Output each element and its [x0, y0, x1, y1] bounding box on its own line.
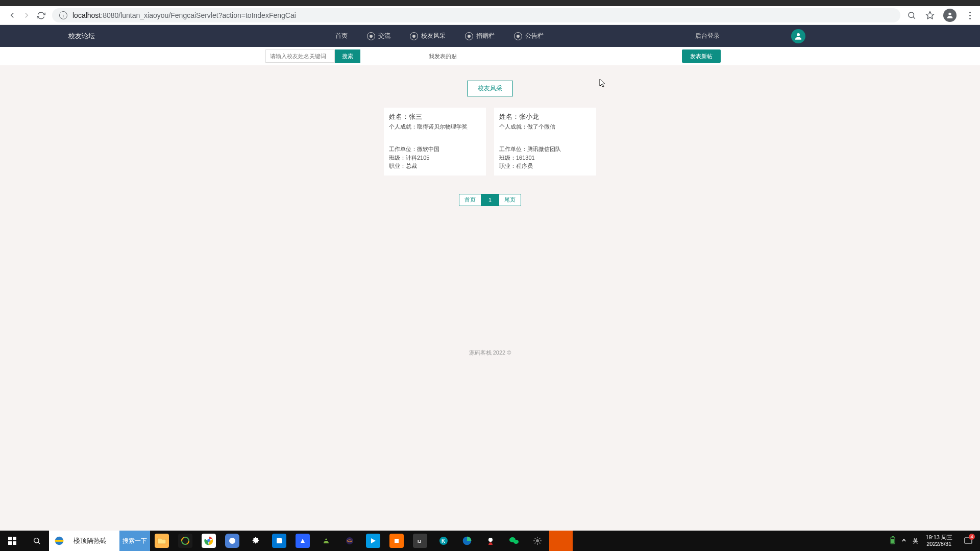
- nav-home[interactable]: 首页: [335, 32, 348, 40]
- page-last-button[interactable]: 尾页: [499, 194, 521, 206]
- svg-rect-28: [892, 536, 894, 537]
- chrome-icon[interactable]: [197, 531, 220, 551]
- svg-point-8: [34, 538, 39, 543]
- svg-rect-5: [13, 537, 16, 540]
- settings-icon[interactable]: [526, 531, 549, 551]
- svg-rect-4: [8, 537, 12, 540]
- svg-rect-7: [13, 541, 16, 545]
- svg-point-3: [797, 33, 800, 36]
- svg-text:IJ: IJ: [418, 539, 422, 544]
- svg-point-0: [909, 12, 914, 18]
- admin-login-link[interactable]: 后台登录: [695, 32, 720, 40]
- app-icon[interactable]: [244, 531, 267, 551]
- address-bar[interactable]: i localhost:8080/luntan_xiaoyou/FengcaiS…: [52, 8, 900, 22]
- windows-taskbar: 搜索一下 IJ K 英 19:13 周三 2022/8/31: [0, 531, 980, 551]
- svg-point-23: [488, 538, 493, 542]
- nav-exchange[interactable]: 交流: [367, 32, 390, 40]
- section-title: 校友风采: [467, 81, 513, 96]
- svg-text:K: K: [442, 538, 446, 544]
- search-section: 搜索 我发表的贴 发表新帖: [0, 47, 980, 65]
- media-player-icon[interactable]: [361, 531, 385, 551]
- app-icon[interactable]: [220, 531, 244, 551]
- main-nav: 首页 交流 校友风采 捐赠栏 公告栏: [305, 32, 544, 40]
- tray-notifications-icon[interactable]: 4: [957, 531, 980, 551]
- main-content: 校友风采 姓名：张三 个人成就：取得诺贝尔物理学奖 工作单位：微软中国 班级：计…: [0, 65, 980, 372]
- svg-rect-15: [277, 538, 282, 543]
- svg-point-25: [513, 540, 519, 544]
- forward-button[interactable]: [19, 8, 34, 22]
- ie-icon[interactable]: [49, 531, 69, 551]
- tray-chevron-up-icon[interactable]: [898, 538, 910, 544]
- app-icon-active[interactable]: [549, 531, 573, 551]
- notice-icon: [514, 32, 522, 40]
- system-tray: 英 19:13 周三 2022/8/31 4: [887, 531, 980, 551]
- browser-toolbar: i localhost:8080/luntan_xiaoyou/FengcaiS…: [0, 6, 980, 25]
- search-button[interactable]: 搜索: [335, 49, 360, 63]
- taskbar-search-icon[interactable]: [24, 531, 49, 551]
- app-icon[interactable]: [174, 531, 197, 551]
- tray-battery-icon[interactable]: [887, 536, 898, 545]
- intellij-icon[interactable]: IJ: [408, 531, 432, 551]
- tray-clock[interactable]: 19:13 周三 2022/8/31: [921, 534, 957, 547]
- nav-fengcai[interactable]: 校友风采: [410, 32, 446, 40]
- back-button[interactable]: [5, 8, 19, 22]
- page-first-button[interactable]: 首页: [459, 194, 481, 206]
- svg-rect-29: [891, 539, 894, 543]
- taskbar-search-button[interactable]: 搜索一下: [119, 531, 150, 551]
- app-icon[interactable]: [314, 531, 338, 551]
- app-header: 校友论坛 首页 交流 校友风采 捐赠栏 公告栏 后台登录: [0, 25, 980, 47]
- user-avatar[interactable]: [791, 29, 805, 43]
- taskbar-search-widget: 搜索一下: [49, 531, 150, 551]
- wechat-icon[interactable]: [502, 531, 526, 551]
- alumni-card[interactable]: 姓名：张三 个人成就：取得诺贝尔物理学奖 工作单位：微软中国 班级：计科2105…: [384, 108, 486, 176]
- site-logo[interactable]: 校友论坛: [10, 32, 153, 41]
- nav-donate[interactable]: 捐赠栏: [465, 32, 495, 40]
- alumni-card[interactable]: 姓名：张小龙 个人成就：做了个微信 工作单位：腾讯微信团队 班级：161301 …: [494, 108, 596, 176]
- eclipse-icon[interactable]: [338, 531, 361, 551]
- nav-notice[interactable]: 公告栏: [514, 32, 544, 40]
- edge-icon[interactable]: [455, 531, 479, 551]
- donate-icon: [465, 32, 473, 40]
- pagination: 首页 1 尾页: [0, 194, 980, 206]
- taskbar-apps: IJ K: [150, 531, 573, 551]
- taskbar-search-input[interactable]: [69, 531, 119, 551]
- reload-button[interactable]: [34, 8, 48, 22]
- profile-avatar-icon[interactable]: [943, 9, 957, 22]
- site-info-icon[interactable]: i: [59, 11, 67, 19]
- page-number-button[interactable]: 1: [481, 194, 499, 206]
- url-text: localhost:8080/luntan_xiaoyou/FengcaiSer…: [72, 11, 296, 19]
- app-icon[interactable]: [479, 531, 502, 551]
- tray-ime[interactable]: 英: [910, 537, 921, 545]
- notification-badge: 4: [969, 534, 975, 540]
- browser-menu-icon[interactable]: [965, 12, 975, 19]
- start-button[interactable]: [0, 531, 24, 551]
- alumni-card-list: 姓名：张三 个人成就：取得诺贝尔物理学奖 工作单位：微软中国 班级：计科2105…: [0, 108, 980, 176]
- alumni-search-input[interactable]: [265, 49, 335, 63]
- bookmark-star-icon[interactable]: [925, 10, 935, 20]
- footer-text: 源码客栈 2022 ©: [0, 344, 980, 357]
- my-posts-link[interactable]: 我发表的贴: [429, 53, 457, 60]
- svg-rect-6: [8, 541, 12, 545]
- svg-point-14: [229, 538, 235, 544]
- svg-marker-1: [926, 12, 934, 19]
- app-icon[interactable]: [291, 531, 314, 551]
- new-post-button[interactable]: 发表新帖: [682, 49, 721, 63]
- svg-point-26: [536, 539, 539, 542]
- browser-tab-strip: [0, 0, 980, 6]
- svg-rect-18: [395, 539, 399, 543]
- zoom-icon[interactable]: [906, 10, 917, 20]
- file-explorer-icon[interactable]: [150, 531, 174, 551]
- exchange-icon: [367, 32, 375, 40]
- app-icon[interactable]: [267, 531, 291, 551]
- svg-point-2: [948, 13, 951, 15]
- fengcai-icon: [410, 32, 418, 40]
- app-icon[interactable]: [385, 531, 408, 551]
- app-icon[interactable]: K: [432, 531, 455, 551]
